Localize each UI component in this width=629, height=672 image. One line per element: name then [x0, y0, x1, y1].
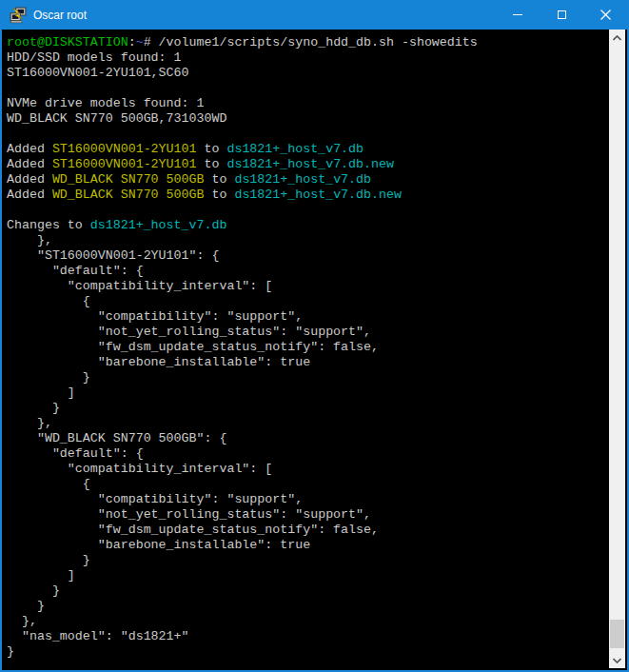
terminal-line: }: [7, 401, 613, 416]
scrollbar-thumb[interactable]: [610, 620, 624, 648]
terminal-line: Added ST16000VN001-2YU101 to ds1821+_hos…: [7, 157, 613, 172]
terminal-output[interactable]: root@DISKSTATION:~# /volume1/scripts/syn…: [4, 30, 613, 668]
terminal-line: ]: [7, 385, 613, 401]
terminal-line: [7, 203, 613, 218]
putty-window: Oscar root root@DISKSTATION:~# /volume1/…: [0, 0, 629, 672]
terminal-line: },: [7, 614, 613, 629]
terminal-line: }: [7, 583, 613, 599]
chevron-up-icon: [613, 35, 621, 41]
terminal-line: "not_yet_rolling_status": "support",: [7, 325, 613, 340]
terminal-line: HDD/SSD models found: 1: [7, 50, 613, 66]
maximize-button[interactable]: [540, 0, 583, 30]
terminal-line: {: [7, 477, 613, 492]
terminal-line: "barebone_installable": true: [7, 355, 613, 370]
terminal-line: [7, 81, 613, 96]
scroll-up-button[interactable]: [609, 30, 625, 46]
terminal-line: Added WD_BLACK SN770 500GB to ds1821+_ho…: [7, 172, 613, 188]
terminal-line: }: [7, 599, 613, 614]
terminal-line: Changes to ds1821+_host_v7.db: [7, 218, 613, 233]
terminal-line: }: [7, 370, 613, 385]
scroll-down-button[interactable]: [609, 652, 625, 668]
terminal-line: Added WD_BLACK SN770 500GB to ds1821+_ho…: [7, 188, 613, 203]
terminal-line: "ST16000VN001-2YU101": {: [7, 248, 613, 264]
terminal-line: ST16000VN001-2YU101,SC60: [7, 66, 613, 81]
terminal-line: [7, 127, 613, 142]
terminal-line: "default": {: [7, 446, 613, 462]
terminal-line: }: [7, 553, 613, 568]
terminal-line: {: [7, 294, 613, 309]
title-bar: Oscar root: [2, 0, 627, 30]
window-controls: [496, 0, 627, 30]
window-title: Oscar root: [33, 9, 496, 22]
putty-icon[interactable]: [10, 7, 27, 24]
terminal-line: "compatibility": "support",: [7, 492, 613, 507]
scrollbar[interactable]: [609, 30, 625, 668]
close-button[interactable]: [583, 0, 627, 30]
terminal-line: "fw_dsm_update_status_notify": false,: [7, 523, 613, 538]
terminal-line: "compatibility_interval": [: [7, 462, 613, 477]
terminal-line: root@DISKSTATION:~# /volume1/scripts/syn…: [7, 35, 613, 50]
terminal-line: "fw_dsm_update_status_notify": false,: [7, 340, 613, 355]
terminal-line: "compatibility": "support",: [7, 309, 613, 325]
terminal-line: NVMe drive models found: 1: [7, 96, 613, 111]
minimize-button[interactable]: [496, 0, 540, 30]
terminal-line: },: [7, 416, 613, 431]
close-icon: [600, 10, 611, 20]
terminal-line: },: [7, 233, 613, 248]
terminal-line: }: [7, 644, 613, 660]
terminal-line: "barebone_installable": true: [7, 538, 613, 553]
terminal-line: ]: [7, 568, 613, 583]
terminal-line: "nas_model": "ds1821+": [7, 629, 613, 644]
terminal-line: "default": {: [7, 264, 613, 279]
terminal-line: "not_yet_rolling_status": "support",: [7, 507, 613, 523]
terminal-line: "WD_BLACK SN770 500GB": {: [7, 431, 613, 446]
terminal-line: "compatibility_interval": [: [7, 279, 613, 294]
maximize-icon: [558, 10, 566, 19]
minimize-icon: [513, 14, 522, 15]
terminal-line: WD_BLACK SN770 500GB,731030WD: [7, 111, 613, 127]
terminal-line: Added ST16000VN001-2YU101 to ds1821+_hos…: [7, 142, 613, 157]
chevron-down-icon: [613, 658, 621, 663]
